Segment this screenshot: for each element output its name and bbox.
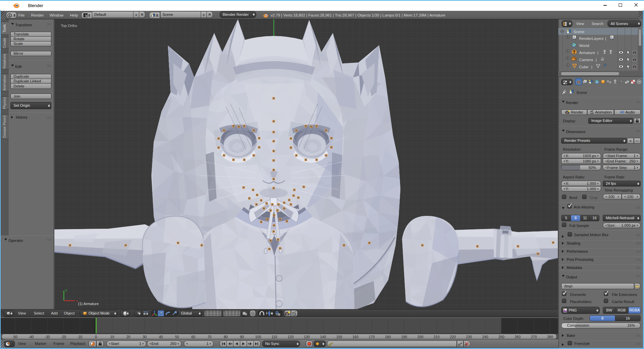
svg-text:y: y (65, 288, 67, 292)
